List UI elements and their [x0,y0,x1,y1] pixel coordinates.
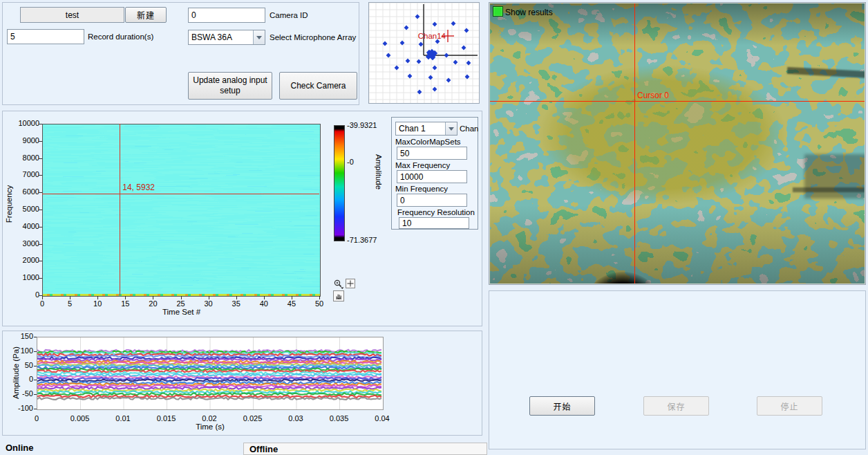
spectrogram-y-tick: 4000 [10,222,39,230]
online-status-label: Online [6,443,33,453]
max-colormap-label: MaxColorMapSets [395,138,461,146]
camera-cursor-hline[interactable] [490,101,865,102]
waveform-y-tickmark [34,394,37,395]
min-frequency-field[interactable] [397,194,467,207]
waveform-x-tick: 0.03 [281,414,311,423]
waveform-y-tick: 150 [7,332,33,340]
mic-array-selected-value: BSWA 36A [189,32,253,42]
camera-id-label: Camera ID [270,11,308,19]
spectrogram-cursor-vline [120,124,120,295]
max-frequency-field[interactable] [397,170,467,183]
spectrogram-y-tick: 2000 [10,256,39,264]
spectrogram-x-tickmark [319,296,320,299]
mic-array-label: Select Microphone Array [270,33,356,41]
spectrogram-x-tickmark [209,296,209,299]
waveform-panel: Amplitude (Pa) Time (s) 00.0050.010.0150… [2,331,482,436]
mic-cursor-label: Chan14 [418,32,446,40]
spectrogram-y-tickmark [39,158,42,159]
spectrogram-x-tick: 5 [59,299,80,308]
waveform-x-tick: 0.005 [65,414,95,423]
waveform-xlabel: Time (s) [37,423,384,431]
waveform-x-tick: 0.04 [367,414,397,423]
show-results-label: Show results [505,8,553,17]
waveform-x-tick: 0.02 [194,414,225,423]
camera-cursor-vline[interactable] [634,3,635,284]
waveform-y-tick: -50 [7,389,33,398]
spectrogram-panel: Frequency 14, 5932 Time Set # -39.9321 -… [2,111,482,326]
spectrogram-x-tick: 25 [171,299,191,308]
offline-status-indicator: Offline [243,443,487,455]
session-name-field[interactable] [20,7,124,23]
spectrogram-x-tick: 30 [198,299,219,308]
mic-array-geometry-plot[interactable]: Chan14 [368,2,480,104]
save-button[interactable]: 保存 [643,396,709,416]
spectrogram-y-tickmark [39,210,42,210]
channel-select[interactable]: Chan 1 [395,122,457,136]
spectrogram-y-tickmark [39,261,42,261]
spectrogram-y-tickmark [39,175,42,176]
spectrogram-y-tickmark [39,244,42,245]
mic-array-select[interactable]: BSWA 36A [188,30,265,45]
spectrogram-y-tick: 6000 [10,187,39,196]
waveform-plot[interactable] [37,337,384,410]
spectrogram-y-tick: 7000 [10,170,39,178]
spectrogram-x-tick: 0 [32,299,53,308]
spectrogram-cursor-value: 14, 5932 [122,183,155,192]
offline-status-text: Offline [249,444,278,454]
camera-image: Cursor 0 Show results [490,3,865,284]
spectrogram-y-tick: 10000 [10,119,39,127]
max-colormap-field[interactable] [397,147,467,160]
spectrogram-y-tick: 8000 [10,154,39,162]
chevron-down-icon[interactable] [445,122,457,135]
mic-array-geometry-canvas: Chan14 [369,3,479,103]
channel-selected-value: Chan 1 [396,124,445,133]
record-duration-field[interactable] [7,29,84,44]
max-frequency-label: Max Frequency [395,161,450,169]
waveform-x-tick: 0.01 [108,414,138,423]
waveform-x-tick: 0.015 [151,414,182,423]
stop-button[interactable]: 停止 [757,396,822,416]
min-frequency-label: Min Frequency [395,185,448,193]
spectrogram-x-tick: 20 [142,299,163,308]
chevron-down-icon[interactable] [253,30,265,44]
check-camera-button[interactable]: Check Camera [279,72,357,100]
waveform-x-tick: 0.025 [238,414,268,423]
new-session-button[interactable]: 新建 [125,7,167,23]
frequency-resolution-field[interactable] [399,217,469,229]
spectrogram-y-tick: 0 [10,290,39,299]
update-analog-input-button[interactable]: Update analog input setup [188,72,272,100]
spectrogram-x-tickmark [264,296,265,299]
waveform-y-tick: -100 [7,404,33,412]
spectrogram-x-tick: 10 [87,299,108,308]
camera-result-view[interactable]: Cursor 0 Show results [489,2,866,285]
spectrogram-y-tickmark [39,141,42,142]
spectrogram-zero-row [43,294,320,296]
pan-tool-button[interactable] [333,290,344,301]
waveform-x-tick: 0 [21,414,52,423]
waveform-y-tickmark [34,366,37,366]
spectrogram-x-tick: 35 [226,299,247,308]
spectrogram-y-tick: 9000 [10,136,39,145]
spectrogram-x-tickmark [153,296,153,299]
spectrogram-y-tickmark [39,124,42,124]
waveform-y-tick: 0 [7,375,33,383]
waveform-y-tickmark [34,337,37,337]
start-button[interactable]: 开始 [529,396,595,416]
spectrogram-y-tick: 3000 [10,239,39,248]
spectrogram-plot[interactable] [42,124,321,297]
spectrogram-x-tickmark [97,296,98,299]
zoom-tool-button[interactable] [333,279,344,289]
spectrogram-x-tickmark [181,296,182,299]
cursor-tool-button[interactable] [346,279,355,288]
shelf-edge [793,187,865,192]
waveform-canvas [37,337,383,409]
camera-id-field[interactable] [188,8,265,23]
waveform-y-tickmark [34,380,37,380]
show-results-led[interactable] [493,6,503,17]
spectrogram-xlabel: Time Set # [42,308,321,316]
spectrogram-y-tick: 5000 [10,205,39,213]
setup-panel: 新建 Record duration(s) Camera ID BSWA 36A… [2,2,359,105]
colorbar-axis-label: Amplitude [375,154,383,189]
colorbar-bottom-label: -71.3677 [347,236,377,244]
spectrogram-x-tickmark [292,296,292,299]
